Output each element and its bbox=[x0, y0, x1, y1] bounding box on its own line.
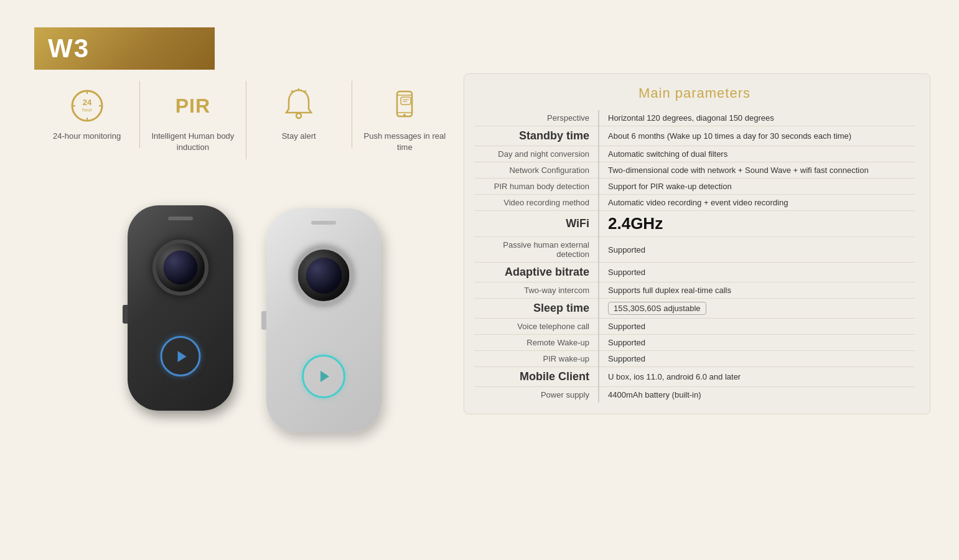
spec-value-10: 15S,30S,60S adjustable bbox=[599, 299, 915, 319]
camera-button-dark bbox=[161, 336, 201, 376]
spec-row-9: Two-way intercomSupports full duplex rea… bbox=[474, 282, 915, 299]
camera-body-dark bbox=[128, 205, 233, 411]
camera-dark bbox=[118, 205, 243, 429]
spec-label-4: PIR human body detection bbox=[474, 179, 599, 195]
phone-message-icon bbox=[386, 87, 423, 124]
camera-play-icon-white bbox=[320, 371, 329, 382]
spec-value-15: 4400mAh battery (built-in) bbox=[599, 387, 915, 403]
spec-value-11: Supported bbox=[599, 319, 915, 335]
spec-row-0: PerspectiveHorizontal 120 degrees, diago… bbox=[474, 110, 915, 126]
spec-row-10: Sleep time15S,30S,60S adjustable bbox=[474, 299, 915, 319]
svg-rect-14 bbox=[401, 97, 411, 105]
spec-row-13: PIR wake-upSupported bbox=[474, 351, 915, 367]
spec-value-3: Two-dimensional code with network + Soun… bbox=[599, 162, 915, 179]
spec-value-9: Supports full duplex real-time calls bbox=[599, 282, 915, 299]
spec-label-8: Adaptive bitrate bbox=[474, 263, 599, 282]
spec-row-2: Day and night conversionAutomatic switch… bbox=[474, 146, 915, 162]
spec-value-14: U box, ios 11.0, android 6.0 and later bbox=[599, 367, 915, 387]
camera-button-white bbox=[302, 355, 345, 398]
spec-row-7: Passive human external detectionSupporte… bbox=[474, 237, 915, 263]
camera-play-icon-dark bbox=[177, 351, 186, 362]
spec-label-11: Voice telephone call bbox=[474, 319, 599, 335]
spec-label-13: PIR wake-up bbox=[474, 351, 599, 367]
cameras-area bbox=[50, 168, 454, 467]
spec-label-2: Day and night conversion bbox=[474, 146, 599, 162]
spec-label-10: Sleep time bbox=[474, 299, 599, 319]
spec-value-4: Support for PIR wake-up detection bbox=[599, 179, 915, 195]
spec-value-1: About 6 months (Wake up 10 times a day f… bbox=[599, 126, 915, 146]
spec-value-2: Automatic switching of dual filters bbox=[599, 146, 915, 162]
spec-row-11: Voice telephone callSupported bbox=[474, 319, 915, 335]
spec-label-6: WiFi bbox=[474, 211, 599, 237]
spec-label-5: Video recording method bbox=[474, 195, 599, 211]
camera-body-white bbox=[266, 208, 381, 432]
product-header: W3 bbox=[34, 27, 215, 70]
camera-lens-dark bbox=[152, 240, 208, 296]
spec-value-8: Supported bbox=[599, 263, 915, 282]
feature-push-label: Push messages in real time bbox=[357, 131, 452, 153]
camera-lens-inner-dark bbox=[164, 251, 198, 285]
specs-table: PerspectiveHorizontal 120 degrees, diago… bbox=[474, 110, 915, 403]
pir-text: PIR bbox=[175, 95, 210, 118]
bell-icon bbox=[280, 87, 317, 124]
spec-row-5: Video recording methodAutomatic video re… bbox=[474, 195, 915, 211]
spec-row-15: Power supply4400mAh battery (built-in) bbox=[474, 387, 915, 403]
features-row: 24 hour 24-hour monitoring PIR Intellige… bbox=[34, 81, 457, 159]
spec-label-7: Passive human external detection bbox=[474, 237, 599, 263]
camera-lens-inner-white bbox=[306, 258, 342, 294]
spec-row-1: Standby timeAbout 6 months (Wake up 10 t… bbox=[474, 126, 915, 146]
spec-row-3: Network ConfigurationTwo-dimensional cod… bbox=[474, 162, 915, 179]
spec-value-12: Supported bbox=[599, 335, 915, 351]
svg-text:24: 24 bbox=[82, 98, 91, 107]
spec-value-0: Horizontal 120 degrees, diagonal 150 deg… bbox=[599, 110, 915, 126]
feature-alert: Stay alert bbox=[246, 81, 352, 148]
specs-title: Main parameters bbox=[474, 85, 915, 101]
spec-row-4: PIR human body detectionSupport for PIR … bbox=[474, 179, 915, 195]
spec-row-14: Mobile ClientU box, ios 11.0, android 6.… bbox=[474, 367, 915, 387]
pir-icon: PIR bbox=[174, 87, 212, 124]
feature-alert-label: Stay alert bbox=[282, 131, 316, 142]
svg-point-17 bbox=[403, 114, 406, 116]
spec-row-6: WiFi2.4GHz bbox=[474, 211, 915, 237]
camera-lens-white bbox=[294, 246, 353, 305]
spec-label-9: Two-way intercom bbox=[474, 282, 599, 299]
sleep-time-badge: 15S,30S,60S adjustable bbox=[608, 302, 706, 315]
camera-white bbox=[261, 208, 386, 445]
product-title: W3 bbox=[48, 34, 90, 63]
spec-label-1: Standby time bbox=[474, 126, 599, 146]
spec-value-6: 2.4GHz bbox=[599, 211, 915, 237]
24h-icon: 24 hour bbox=[68, 87, 106, 124]
spec-label-14: Mobile Client bbox=[474, 367, 599, 387]
spec-value-5: Automatic video recording + event video … bbox=[599, 195, 915, 211]
svg-text:hour: hour bbox=[82, 107, 92, 113]
feature-push: Push messages in real time bbox=[352, 81, 457, 159]
spec-value-7: Supported bbox=[599, 237, 915, 263]
svg-point-7 bbox=[296, 113, 301, 118]
spec-label-12: Remote Wake-up bbox=[474, 335, 599, 351]
spec-row-8: Adaptive bitrateSupported bbox=[474, 263, 915, 282]
spec-label-0: Perspective bbox=[474, 110, 599, 126]
feature-24h-label: 24-hour monitoring bbox=[53, 131, 121, 142]
spec-value-13: Supported bbox=[599, 351, 915, 367]
feature-pir: PIR Intelligent Human body induction bbox=[140, 81, 246, 159]
feature-pir-label: Intelligent Human body induction bbox=[145, 131, 240, 153]
specs-panel: Main parameters PerspectiveHorizontal 12… bbox=[464, 73, 930, 414]
spec-label-3: Network Configuration bbox=[474, 162, 599, 179]
spec-label-15: Power supply bbox=[474, 387, 599, 403]
feature-24h: 24 hour 24-hour monitoring bbox=[34, 81, 140, 148]
spec-row-12: Remote Wake-upSupported bbox=[474, 335, 915, 351]
